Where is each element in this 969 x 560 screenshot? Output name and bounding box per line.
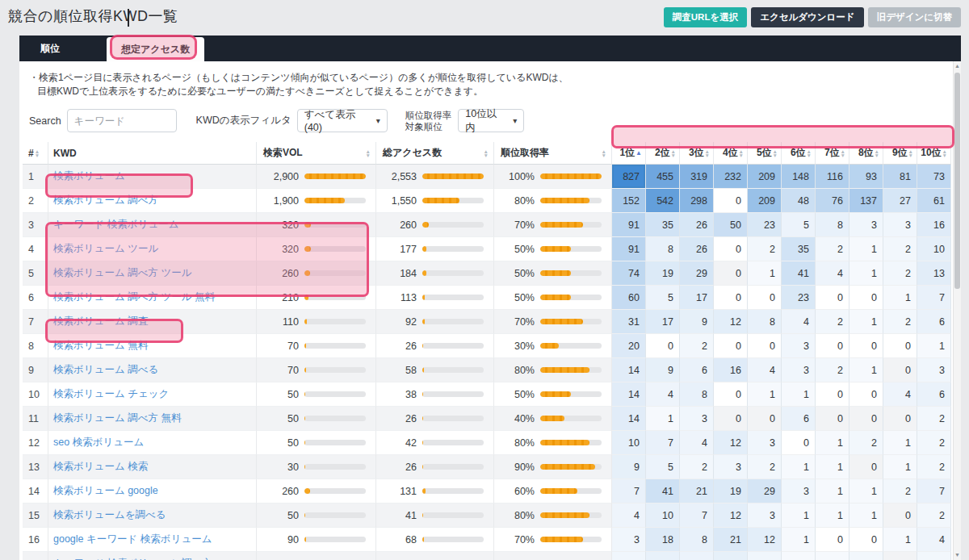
search-vol-cell: 30 [257,455,376,479]
select-url-button[interactable]: 調査URLを選択 [664,7,747,27]
rank-cell-2: 7 [646,431,680,455]
kwd-link[interactable]: 検索ボリューム 無料 [53,339,148,353]
bar-fill [540,416,564,421]
kwd-link[interactable]: 検索ボリューム [53,169,125,183]
kwd-cell: 検索ボリューム 調査 [48,310,257,334]
rank-cell-4: 232 [714,165,748,189]
header-total-access[interactable]: 総アクセス数 ▲▼ [376,142,494,165]
tab-estimated-access[interactable]: 想定アクセス数 [107,37,204,61]
kwd-link[interactable]: 検索ボリュームを調べる [53,508,166,522]
kwd-filter-select[interactable]: すべて表示(40) ▾ [297,109,388,132]
header-kwd[interactable]: KWD [48,142,257,165]
kwd-link[interactable]: 検索ボリューム ツール [53,242,158,256]
scroll-down-icon[interactable]: ▼ [954,550,961,560]
scrollbar-thumb[interactable] [954,73,960,289]
header-rank-1[interactable]: 1位▲ [612,142,646,165]
kwd-link[interactable]: 検索ボリューム 調査 [53,315,148,328]
header-search-vol[interactable]: 検索VOL ▲▼ [257,142,376,165]
kwd-cell: 検索ボリューム チェック [48,382,257,407]
rank-cell-1: 31 [612,310,646,334]
scroll-up-icon[interactable]: ▲ [954,61,961,71]
rank-cell-9: 27 [883,189,917,213]
text-cursor [128,9,129,27]
rank-cell-3: 4 [680,431,714,455]
kwd-link[interactable]: 検索ボリューム 調べ方 無料 [53,412,181,425]
search-vol-cell: 50 [257,407,376,431]
kwd-link[interactable]: 検索ボリューム 調べ方 ツール [53,266,192,280]
header-rank-9[interactable]: 9位▲▼ [883,142,917,165]
rank-cell-6: 23 [782,286,816,310]
description: ・検索1ページ目に表示されるページ（もしくはコンテンツ傾向が似ているページ）の多… [29,71,953,98]
total-access-cell: 2,553 [376,165,494,189]
kwd-link[interactable]: google キーワード 検索ボリューム [53,533,212,546]
sort-icon: ▲▼ [908,149,913,157]
bar-track [304,246,366,252]
rank-cell-9: 2 [883,237,917,261]
header-rank-6[interactable]: 6位▲▼ [782,142,816,165]
rank-rate-select[interactable]: 10位以内 ▾ [458,109,524,132]
rank-cell-1: 74 [612,261,646,286]
rank-rate-cell: 90% [494,455,612,479]
kwd-link[interactable]: 検索ボリューム google [53,484,158,498]
header-rank-8[interactable]: 8位▲▼ [849,142,883,165]
kwd-cell: 検索ボリューム [48,165,257,189]
rank-cell-3: 7 [680,504,714,528]
total-access-cell: 38 [376,382,494,407]
rank-cell-3: 9 [680,310,714,334]
row-index: 4 [23,237,48,261]
bar-track [540,222,602,228]
row-index: 11 [23,407,48,431]
kwd-link[interactable]: 検索ボリューム 調べ方 [53,194,158,207]
excel-download-button[interactable]: エクセルダウンロード [751,7,863,27]
kwd-link[interactable]: 検索ボリューム 調べる [53,363,158,377]
rank-rate-cell: 70% [494,310,612,334]
kwd-link[interactable]: 検索ボリューム 調べ方 ツール 無料 [53,290,215,304]
bar-fill [540,367,589,373]
bar-track [540,488,602,494]
rank-cell-9: 1 [883,431,917,455]
rank-cell-8: 0 [849,286,883,310]
bar-fill [422,173,484,179]
tab-rank[interactable]: 順位 [29,36,71,61]
rank-cell-7: 0 [816,407,849,431]
search-input[interactable] [67,109,177,132]
rank-cell-2: 10 [646,504,680,528]
bar-fill [304,367,306,373]
header-rank-4[interactable]: 4位▲▼ [714,142,748,165]
kwd-link[interactable]: キーワード 検索ボリューム [53,218,179,232]
rank-cell-5: 29 [748,479,782,504]
rank-cell-4: 19 [714,479,748,504]
header-rank-10[interactable]: 10位▲▼ [917,142,951,165]
header-rank-2[interactable]: 2位▲▼ [646,142,680,165]
row-index: 1 [23,165,48,189]
header-rank-rate[interactable]: 順位取得率 ▲▼ [494,142,612,165]
bar-fill [304,198,345,203]
kwd-link[interactable]: キーワード 検索ボリューム 調べ方 [53,557,212,560]
table-body: 1検索ボリューム2,9002,553100%827455319232209148… [23,165,953,560]
header-rank-3[interactable]: 3位▲▼ [680,142,714,165]
chevron-down-icon: ▾ [513,116,517,125]
table-row: 12seo 検索ボリューム504280%107412301212 [23,431,953,455]
table-row: 8検索ボリューム 無料702630%20020030001 [23,334,953,358]
old-design-button[interactable]: 旧デザインに切替 [868,7,961,27]
bar-track [304,319,366,324]
kwd-link[interactable]: 検索ボリューム チェック [53,387,169,401]
vertical-scrollbar[interactable]: ▲ ▼ [953,61,961,560]
table-row: 6検索ボリューム 調べ方 ツール 無料21011350%605170023001… [23,286,953,310]
bar-track [540,173,602,179]
header-rank-5[interactable]: 5位▲▼ [748,142,782,165]
rank-cell-8: 1 [849,261,883,286]
table-row: 16google キーワード 検索ボリューム906870%31882112100… [23,528,953,552]
rank-cell-5: 1 [748,382,782,407]
kwd-cell: 検索ボリューム 調べ方 無料 [48,407,257,431]
bar-fill [304,173,366,179]
kwd-link[interactable]: 検索ボリューム 検索 [53,460,148,474]
header-index[interactable]: # ▲▼ [23,142,48,165]
bar-fill [304,246,311,252]
kwd-link[interactable]: seo 検索ボリューム [53,436,144,449]
row-index: 17 [23,552,48,560]
table-row: 7検索ボリューム 調査1109270%3117912842126 [23,310,953,334]
search-vol-cell: 70 [257,334,376,358]
header-rank-7[interactable]: 7位▲▼ [816,142,849,165]
rank-cell-1: 3 [612,552,646,560]
